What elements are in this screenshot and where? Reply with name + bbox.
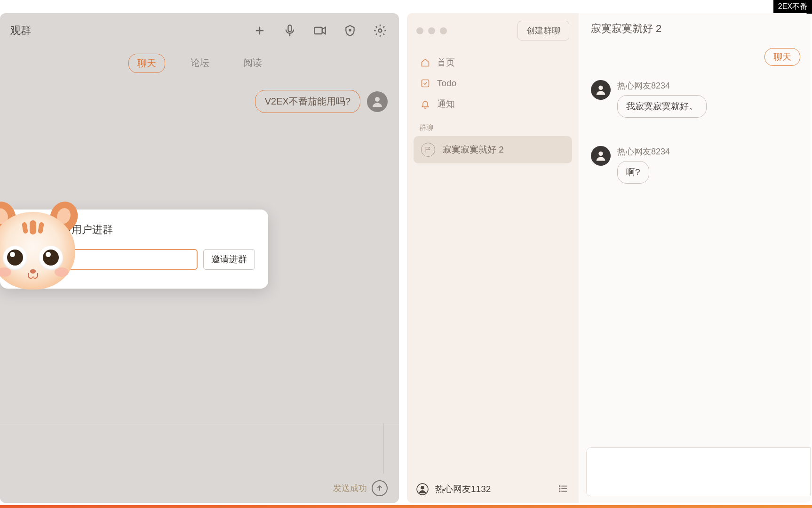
tab-read[interactable]: 阅读: [235, 54, 271, 73]
svg-point-8: [375, 97, 380, 102]
create-group-button[interactable]: 创建群聊: [517, 21, 569, 40]
send-button[interactable]: [372, 480, 388, 496]
list-icon[interactable]: [558, 484, 569, 495]
sidebar-footer: 热心网友1132: [407, 476, 579, 503]
sender-name: 热心网友8234: [617, 80, 707, 91]
top-badge: 2EX不番: [773, 0, 812, 14]
svg-point-6: [349, 29, 350, 31]
main-tab-chat[interactable]: 聊天: [764, 48, 800, 66]
svg-rect-10: [422, 80, 429, 87]
nav-home-label: 首页: [437, 56, 455, 69]
plus-icon[interactable]: [251, 22, 268, 39]
left-compose-input[interactable]: [0, 423, 384, 474]
svg-marker-5: [323, 27, 326, 34]
group-item[interactable]: 寂寞寂寞就好 2: [414, 136, 572, 163]
svg-rect-2: [288, 25, 292, 32]
sender-avatar-icon[interactable]: [591, 146, 611, 166]
message-body: 热心网友8234 我寂寞寂寞就好。: [617, 80, 707, 118]
footer-username: 热心网友1132: [435, 483, 551, 495]
svg-point-16: [559, 486, 560, 487]
shield-icon[interactable]: [342, 22, 358, 39]
right-chat-window: 创建群聊 首页 Todo 通知 群聊: [407, 13, 811, 503]
dock-edge: [0, 505, 812, 508]
top-strip: 2EX不番: [0, 0, 812, 13]
svg-point-19: [598, 86, 603, 90]
window-traffic-lights: [416, 27, 447, 34]
send-row: 发送成功: [0, 474, 399, 503]
group-flag-icon: [421, 143, 435, 157]
svg-rect-4: [314, 27, 322, 34]
nav-todo[interactable]: Todo: [416, 73, 569, 93]
svg-point-12: [421, 486, 424, 490]
group-section-label: 群聊: [407, 115, 579, 136]
left-window-title: 观群: [10, 24, 31, 38]
nav-todo-label: Todo: [437, 78, 456, 89]
left-compose-area: 发送成功: [0, 423, 399, 503]
minimize-dot-icon[interactable]: [428, 27, 435, 34]
cat-mascot-icon: [0, 198, 85, 301]
message-bubble: 啊?: [617, 161, 649, 184]
group-name: 寂寞寂寞就好 2: [443, 144, 504, 156]
main-tabs: 聊天: [579, 44, 811, 73]
left-window-actions: [251, 22, 389, 39]
sender-avatar-icon[interactable]: [591, 80, 611, 100]
right-sidebar: 创建群聊 首页 Todo 通知 群聊: [407, 13, 579, 503]
send-status-text: 发送成功: [333, 483, 367, 494]
message-bubble: 我寂寞寂寞就好。: [617, 95, 707, 118]
message-body: 热心网友8234 啊?: [617, 146, 670, 184]
modal-row: 邀请进群: [61, 249, 255, 270]
invite-button[interactable]: 邀请进群: [203, 249, 255, 270]
video-icon[interactable]: [311, 22, 328, 39]
outgoing-bubble: V2EX不番茄能用吗?: [255, 90, 360, 113]
svg-point-20: [598, 152, 603, 156]
svg-point-17: [559, 488, 560, 489]
left-tabs: 聊天 论坛 阅读: [0, 48, 399, 81]
maximize-dot-icon[interactable]: [440, 27, 447, 34]
close-dot-icon[interactable]: [416, 27, 423, 34]
main-title: 寂寞寂寞就好 2: [579, 13, 811, 44]
bell-icon: [420, 99, 430, 109]
tab-forum[interactable]: 论坛: [182, 54, 218, 73]
check-icon: [420, 78, 430, 89]
right-main: 寂寞寂寞就好 2 聊天 热心网友8234 我寂寞寂寞就好。 热心网友8234: [579, 13, 811, 503]
self-avatar-icon[interactable]: [367, 91, 388, 112]
right-compose-input[interactable]: [586, 447, 811, 496]
outgoing-message: V2EX不番茄能用吗?: [255, 90, 388, 113]
sender-name: 热心网友8234: [617, 146, 670, 157]
sidebar-nav: 首页 Todo 通知: [407, 48, 579, 115]
nav-home[interactable]: 首页: [416, 52, 569, 73]
message-row: 热心网友8234 我寂寞寂寞就好。: [591, 80, 798, 118]
gear-icon[interactable]: [372, 22, 389, 39]
nav-notifications[interactable]: 通知: [416, 93, 569, 115]
svg-point-18: [559, 491, 560, 492]
microphone-icon[interactable]: [281, 22, 298, 39]
left-window-header: 观群: [0, 13, 399, 48]
home-icon: [420, 57, 430, 68]
message-row: 热心网友8234 啊?: [591, 146, 798, 184]
message-list: 热心网友8234 我寂寞寂寞就好。 热心网友8234 啊?: [579, 73, 811, 503]
nav-notifications-label: 通知: [437, 98, 455, 110]
user-avatar-icon[interactable]: [416, 483, 429, 495]
tab-chat[interactable]: 聊天: [128, 54, 165, 73]
svg-point-7: [379, 29, 382, 32]
sidebar-header: 创建群聊: [407, 13, 579, 48]
modal-title: 请用户进群: [61, 223, 255, 237]
